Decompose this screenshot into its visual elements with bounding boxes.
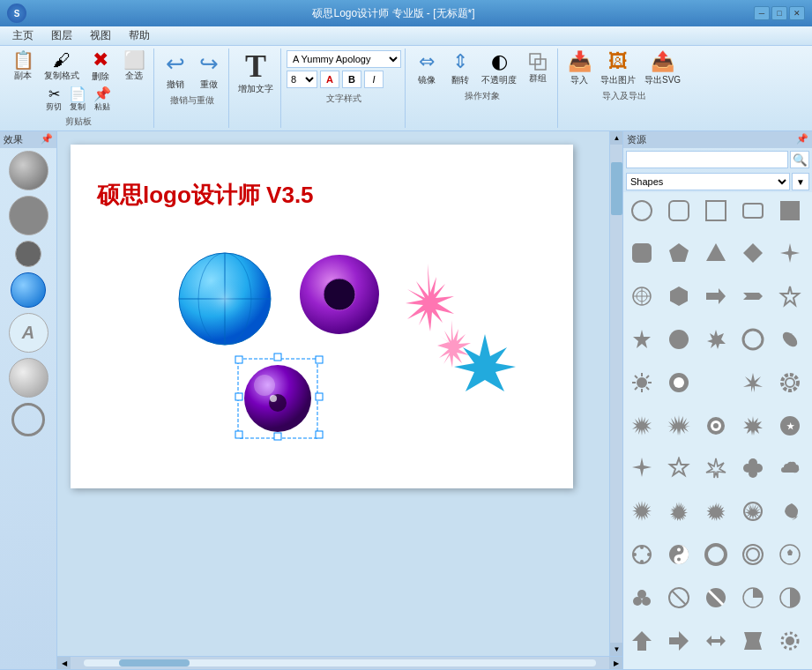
delete-button[interactable]: ✖ 删除 xyxy=(85,48,116,85)
menu-layers[interactable]: 图层 xyxy=(42,26,81,45)
cut-button[interactable]: ✂ 剪切 xyxy=(43,86,64,114)
shape-pentagon[interactable] xyxy=(663,238,694,269)
paste-button[interactable]: 📌 粘贴 xyxy=(91,86,114,114)
minimize-button[interactable]: ─ xyxy=(754,6,770,20)
export-image-button[interactable]: 🖼 导出图片 xyxy=(597,48,639,88)
shape-ornament[interactable] xyxy=(626,281,657,312)
copy-format-button[interactable]: 🖌 复制格式 xyxy=(41,48,83,85)
shape-circle3[interactable] xyxy=(737,324,768,354)
shape-starburst3[interactable] xyxy=(700,410,731,441)
menu-view[interactable]: 视图 xyxy=(81,26,120,45)
shape-arrow-right[interactable] xyxy=(700,281,731,312)
shape-pie2[interactable] xyxy=(774,582,805,613)
shape-rect[interactable] xyxy=(700,195,731,226)
shape-rounded-rect[interactable] xyxy=(663,195,694,226)
shape-starburst2[interactable] xyxy=(663,410,694,441)
horizontal-scrollbar[interactable]: ◀ ▶ xyxy=(57,656,622,669)
shape-sun[interactable] xyxy=(626,367,657,398)
shape-circle[interactable] xyxy=(626,195,657,226)
shape-moon[interactable] xyxy=(774,496,805,527)
scroll-left-button[interactable]: ◀ xyxy=(57,657,71,670)
shape-spiky3[interactable] xyxy=(700,496,731,527)
menu-home[interactable]: 主页 xyxy=(4,26,42,45)
add-text-button[interactable]: T 增加文字 xyxy=(235,48,277,97)
scroll-down-button[interactable]: ▼ xyxy=(610,643,622,656)
shape-arrow2[interactable] xyxy=(626,625,657,656)
shape-triangle[interactable] xyxy=(700,238,731,269)
shape-ring3[interactable] xyxy=(737,540,768,570)
shape-starburst1[interactable] xyxy=(626,410,657,441)
shape-star4[interactable] xyxy=(774,238,805,269)
import-button[interactable]: 📥 导入 xyxy=(563,48,595,88)
resource-type-button[interactable]: ▼ xyxy=(792,173,809,190)
vertical-scrollbar[interactable]: ▲ ▼ xyxy=(609,131,622,656)
shape-spiky2[interactable] xyxy=(663,496,694,527)
shape-star-outline[interactable] xyxy=(774,281,805,312)
font-name-select[interactable]: A Yummy Apology xyxy=(287,50,401,68)
group-button[interactable]: 群组 xyxy=(522,48,554,88)
undo-button[interactable]: ↩ 撤销 xyxy=(160,48,191,93)
effect-silver-ball[interactable] xyxy=(9,358,48,398)
blue-sphere[interactable] xyxy=(176,250,273,350)
opacity-button[interactable]: ◐ 不透明度 xyxy=(478,48,520,88)
vertical-scroll-thumb[interactable] xyxy=(611,162,622,215)
shape-badge[interactable] xyxy=(700,324,731,354)
scroll-right-button[interactable]: ▶ xyxy=(609,657,622,670)
effect-flat-circle[interactable] xyxy=(9,196,48,235)
shape-gear[interactable] xyxy=(774,367,805,398)
shape-rounded-rect2[interactable] xyxy=(737,195,768,226)
menu-help[interactable]: 帮助 xyxy=(120,26,159,45)
export-svg-button[interactable]: 📤 导出SVG xyxy=(641,48,684,88)
shape-chevron[interactable] xyxy=(737,281,768,312)
shape-pie[interactable] xyxy=(737,582,768,613)
shape-circle2[interactable] xyxy=(663,324,694,354)
canvas-scroll[interactable]: 硕思logo设计师 V3.5 xyxy=(57,131,622,656)
duplicate-button[interactable]: 📄 复制 xyxy=(66,86,89,114)
shape-starburst4[interactable] xyxy=(737,410,768,441)
selected-purple-ball[interactable] xyxy=(234,352,331,451)
shape-ring[interactable] xyxy=(663,367,694,398)
maximize-button[interactable]: □ xyxy=(771,6,787,20)
shape-leaf[interactable] xyxy=(774,324,805,354)
effect-text-A[interactable]: A xyxy=(9,313,48,353)
shape-cloud[interactable] xyxy=(774,453,805,484)
shape-ring2[interactable] xyxy=(700,540,731,570)
shape-star6b[interactable] xyxy=(700,453,731,484)
shape-gear2[interactable] xyxy=(774,625,805,656)
resource-search-button[interactable]: 🔍 xyxy=(790,151,809,168)
horizontal-scroll-thumb[interactable] xyxy=(119,659,190,666)
shape-dark-rounded[interactable] xyxy=(626,238,657,269)
design-canvas[interactable]: 硕思logo设计师 V3.5 xyxy=(71,145,573,488)
mirror-button[interactable]: ⇔ 镜像 xyxy=(411,48,443,88)
shape-star5[interactable] xyxy=(626,324,657,354)
scroll-up-button[interactable]: ▲ xyxy=(610,131,622,145)
shape-star5b[interactable] xyxy=(663,453,694,484)
close-button[interactable]: ✕ xyxy=(789,6,805,20)
effect-outline-circle[interactable] xyxy=(11,403,45,436)
flip-button[interactable]: ⇕ 翻转 xyxy=(444,48,476,88)
shape-prohibition2[interactable] xyxy=(700,582,731,613)
redo-button[interactable]: ↪ 重做 xyxy=(193,48,225,93)
bold-button[interactable]: B xyxy=(342,71,361,88)
shape-flower[interactable] xyxy=(737,453,768,484)
shape-yinyang[interactable] xyxy=(663,540,694,570)
resource-type-select[interactable]: Shapes xyxy=(626,173,790,190)
shape-arrow3[interactable] xyxy=(663,625,694,656)
font-color-button[interactable]: A xyxy=(320,71,339,88)
shape-star6[interactable] xyxy=(737,367,768,398)
shape-spiky4[interactable] xyxy=(737,496,768,527)
shape-crescent[interactable] xyxy=(700,367,731,398)
shape-spiky1[interactable] xyxy=(626,496,657,527)
effect-blue-ball[interactable] xyxy=(11,272,46,308)
shape-soccer[interactable] xyxy=(774,540,805,570)
shape-hexagon[interactable] xyxy=(663,281,694,312)
shape-arrow4[interactable] xyxy=(700,625,731,656)
shape-dark-rect[interactable] xyxy=(774,195,805,226)
copy-button[interactable]: 📋 副本 xyxy=(7,48,39,85)
effect-gradient-ball[interactable] xyxy=(9,151,48,190)
shape-diamond[interactable] xyxy=(737,238,768,269)
shape-trefoil[interactable] xyxy=(626,582,657,613)
shape-star4b[interactable] xyxy=(626,453,657,484)
shape-prohibition[interactable] xyxy=(663,582,694,613)
resource-search-input[interactable] xyxy=(626,151,788,168)
